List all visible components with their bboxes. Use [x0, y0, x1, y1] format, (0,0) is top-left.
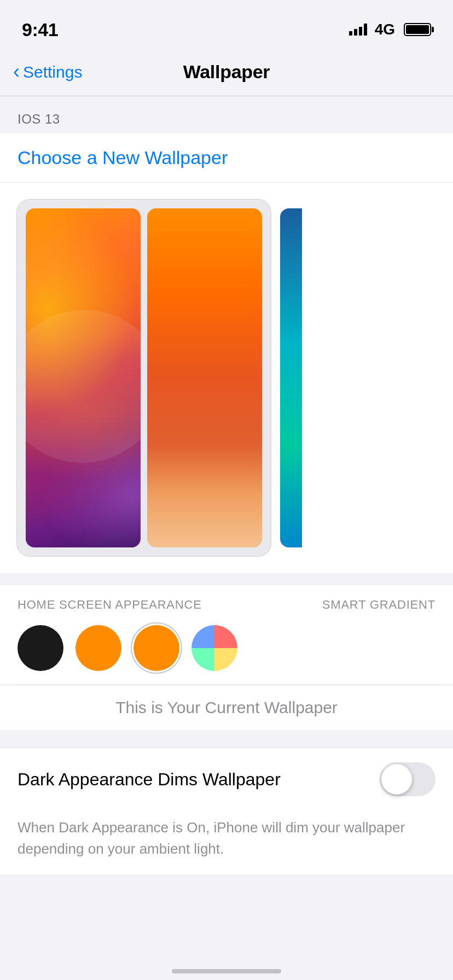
- color-option-black[interactable]: [18, 625, 63, 671]
- battery-icon: [404, 23, 431, 36]
- home-indicator: [172, 969, 281, 973]
- status-icons: 4G: [349, 21, 431, 38]
- wallpaper-next-partial[interactable]: [280, 208, 302, 547]
- network-type: 4G: [375, 21, 395, 38]
- back-button[interactable]: ‹ Settings: [13, 61, 82, 83]
- toggle-knob: [381, 764, 412, 795]
- color-options: [18, 625, 435, 671]
- dark-appearance-description: When Dark Appearance is On, iPhone will …: [0, 810, 453, 875]
- smart-gradient-label: SMART GRADIENT: [322, 598, 435, 612]
- dark-appearance-section: Dark Appearance Dims Wallpaper When Dark…: [0, 748, 453, 876]
- appearance-row-header: HOME SCREEN APPEARANCE SMART GRADIENT: [18, 598, 435, 612]
- back-chevron-icon: ‹: [13, 60, 20, 83]
- wallpaper-lock-screen-thumb[interactable]: [26, 208, 141, 547]
- home-screen-appearance-label: HOME SCREEN APPEARANCE: [18, 598, 202, 612]
- dark-appearance-title: Dark Appearance Dims Wallpaper: [18, 769, 281, 790]
- appearance-section: HOME SCREEN APPEARANCE SMART GRADIENT: [0, 584, 453, 684]
- dark-appearance-toggle[interactable]: [380, 762, 435, 796]
- color-option-custom[interactable]: [191, 625, 237, 671]
- signal-bars-icon: [349, 24, 367, 36]
- current-wallpaper-label: This is Your Current Wallpaper: [115, 698, 338, 716]
- choose-wallpaper-section: Choose a New Wallpaper: [0, 133, 453, 183]
- color-option-orange[interactable]: [76, 625, 121, 671]
- section-header-label: IOS 13: [18, 112, 60, 126]
- page-title: Wallpaper: [183, 61, 270, 83]
- choose-wallpaper-row[interactable]: Choose a New Wallpaper: [0, 133, 453, 183]
- current-wallpaper-section: This is Your Current Wallpaper: [0, 685, 453, 730]
- wallpaper-home-screen-thumb[interactable]: [147, 208, 262, 547]
- status-bar: 9:41 4G: [0, 0, 453, 48]
- wallpaper-preview-section: [0, 183, 453, 573]
- wallpaper-set-ios13[interactable]: [16, 199, 271, 557]
- status-time: 9:41: [22, 19, 58, 40]
- color-option-orange-selected[interactable]: [133, 625, 179, 671]
- dark-appearance-row: Dark Appearance Dims Wallpaper: [0, 748, 453, 810]
- dark-appearance-card: Dark Appearance Dims Wallpaper When Dark…: [0, 748, 453, 876]
- section-header-ios13: IOS 13: [0, 96, 453, 133]
- choose-wallpaper-label: Choose a New Wallpaper: [18, 147, 228, 168]
- back-label: Settings: [23, 63, 82, 81]
- nav-bar: ‹ Settings Wallpaper: [0, 48, 453, 96]
- wallpaper-carousel[interactable]: [0, 199, 453, 557]
